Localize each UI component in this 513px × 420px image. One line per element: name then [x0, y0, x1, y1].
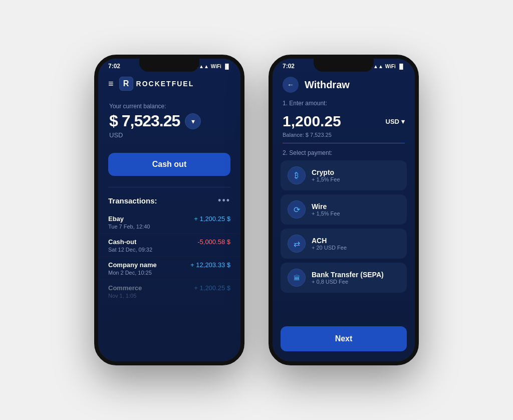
- balance-row: $ 7,523.25 ▾: [109, 112, 229, 130]
- balance-info: Balance: $ 7,523.25: [273, 131, 415, 140]
- status-bar-1: 7:02 ▲▲▲ WiFi ▐▌: [98, 59, 240, 72]
- currency-selector[interactable]: USD ▾: [386, 118, 405, 125]
- phone-2: 7:02 ▲▲▲ WiFi ▐▌ ← Withdraw 1. Enter amo…: [269, 55, 419, 365]
- chevron-down-icon: ▾: [191, 117, 195, 125]
- payment-info-sepa: Bank Transfer (SEPA) + 0,8 USD Fee: [312, 271, 384, 285]
- transaction-row: Company name + 12,203.33 $: [108, 261, 230, 269]
- payment-option-crypto[interactable]: ₿ Crypto + 1,5% Fee: [281, 160, 407, 190]
- transactions-header: Transactions: •••: [98, 192, 240, 209]
- battery-icon: ▐▌: [398, 64, 405, 69]
- signal-icon: ▲▲▲: [194, 64, 209, 69]
- transaction-name: Commerce: [108, 284, 142, 292]
- balance-label: Your current balance:: [109, 103, 229, 110]
- amount-input[interactable]: 1,200.25: [283, 113, 341, 130]
- balance-dropdown-button[interactable]: ▾: [185, 113, 201, 129]
- payment-option-sepa[interactable]: 🏛 Bank Transfer (SEPA) + 0,8 USD Fee: [281, 263, 407, 293]
- currency-chevron-icon: ▾: [401, 118, 405, 125]
- payment-info-wire: Wire + 1,5% Fee: [312, 202, 340, 217]
- transaction-amount: + 12,203.33 $: [190, 261, 230, 269]
- wifi-icon: WiFi: [211, 64, 221, 69]
- status-time-1: 7:02: [108, 63, 120, 70]
- status-time-2: 7:02: [283, 63, 295, 70]
- cash-out-button[interactable]: Cash out: [108, 153, 230, 176]
- payment-name-ach: ACH: [312, 237, 347, 245]
- transaction-name: Cash-out: [108, 238, 136, 246]
- select-payment-label: 2. Select payment:: [273, 149, 415, 160]
- sepa-icon: 🏛: [288, 269, 306, 287]
- list-item[interactable]: Cash-out -5,000.58 $ Sat 12 Dec, 09:32: [98, 234, 240, 257]
- payment-fee-ach: + 20 USD Fee: [312, 245, 347, 251]
- transaction-amount: + 1,200.25 $: [194, 284, 230, 292]
- transaction-row: Cash-out -5,000.58 $: [108, 238, 230, 246]
- balance-amount: $ 7,523.25: [109, 112, 180, 130]
- payment-fee-crypto: + 1,5% Fee: [312, 176, 340, 182]
- signal-icon: ▲▲▲: [368, 64, 383, 69]
- transaction-date: Nov 1, 1:05: [108, 293, 230, 299]
- logo-area: R ROCKETFUEL: [119, 77, 194, 91]
- transaction-name: Company name: [108, 261, 157, 269]
- logo-text: ROCKETFUEL: [136, 80, 194, 88]
- transaction-row: Commerce + 1,200.25 $: [108, 284, 230, 292]
- payment-fee-sepa: + 0,8 USD Fee: [312, 279, 384, 285]
- transaction-name: Ebay: [108, 215, 124, 223]
- phone-1: 7:02 ▲▲▲ WiFi ▐▌ ≡ R ROCKETFUEL Your cur…: [94, 55, 244, 365]
- ach-icon: ⇄: [288, 235, 306, 253]
- transaction-list: Ebay + 1,200.25 $ Tue 7 Feb, 12:40 Cash-…: [98, 209, 240, 305]
- battery-icon: ▐▌: [223, 64, 230, 69]
- app-header-1: ≡ R ROCKETFUEL: [98, 72, 240, 99]
- payment-info-ach: ACH + 20 USD Fee: [312, 237, 347, 251]
- menu-icon[interactable]: ≡: [108, 79, 113, 89]
- transaction-amount: + 1,200.25 $: [194, 215, 230, 223]
- transaction-date: Tue 7 Feb, 12:40: [108, 224, 230, 230]
- payment-name-sepa: Bank Transfer (SEPA): [312, 271, 384, 279]
- app-header-2: ← Withdraw: [273, 72, 415, 100]
- payment-option-wire[interactable]: ⟳ Wire + 1,5% Fee: [281, 194, 407, 225]
- phone2-screen: 7:02 ▲▲▲ WiFi ▐▌ ← Withdraw 1. Enter amo…: [273, 59, 415, 361]
- payment-info-crypto: Crypto + 1,5% Fee: [312, 168, 340, 182]
- more-options-icon[interactable]: •••: [218, 195, 230, 206]
- currency-label: USD: [109, 131, 229, 139]
- amount-input-row: 1,200.25 USD ▾: [273, 111, 415, 131]
- currency-text: USD: [386, 118, 399, 125]
- list-item[interactable]: Commerce + 1,200.25 $ Nov 1, 1:05: [98, 280, 240, 303]
- logo-icon: R: [119, 77, 133, 91]
- payment-option-ach[interactable]: ⇄ ACH + 20 USD Fee: [281, 229, 407, 259]
- payment-fee-wire: + 1,5% Fee: [312, 211, 340, 217]
- amount-divider: [283, 143, 405, 143]
- transaction-row: Ebay + 1,200.25 $: [108, 215, 230, 223]
- back-button[interactable]: ←: [283, 77, 299, 93]
- phone1-screen: 7:02 ▲▲▲ WiFi ▐▌ ≡ R ROCKETFUEL Your cur…: [98, 59, 240, 361]
- status-icons-2: ▲▲▲ WiFi ▐▌: [368, 64, 405, 69]
- divider-1: [108, 187, 230, 187]
- list-item[interactable]: Company name + 12,203.33 $ Mon 2 Dec, 10…: [98, 257, 240, 280]
- wifi-icon: WiFi: [385, 64, 396, 69]
- enter-amount-label: 1. Enter amount:: [273, 100, 415, 111]
- back-icon: ←: [287, 81, 294, 89]
- transaction-date: Mon 2 Dec, 10:25: [108, 270, 230, 276]
- next-button[interactable]: Next: [281, 326, 407, 351]
- list-item[interactable]: Ebay + 1,200.25 $ Tue 7 Feb, 12:40: [98, 211, 240, 234]
- status-bar-2: 7:02 ▲▲▲ WiFi ▐▌: [273, 59, 415, 72]
- payment-name-crypto: Crypto: [312, 168, 340, 176]
- page-title: Withdraw: [305, 79, 350, 91]
- crypto-icon: ₿: [288, 166, 306, 184]
- status-icons-1: ▲▲▲ WiFi ▐▌: [194, 64, 230, 69]
- wire-icon: ⟳: [288, 200, 306, 219]
- transaction-amount: -5,000.58 $: [197, 238, 230, 246]
- transaction-date: Sat 12 Dec, 09:32: [108, 247, 230, 253]
- payment-name-wire: Wire: [312, 202, 340, 211]
- balance-section: Your current balance: $ 7,523.25 ▾ USD: [98, 99, 240, 147]
- transactions-title: Transactions:: [108, 196, 157, 205]
